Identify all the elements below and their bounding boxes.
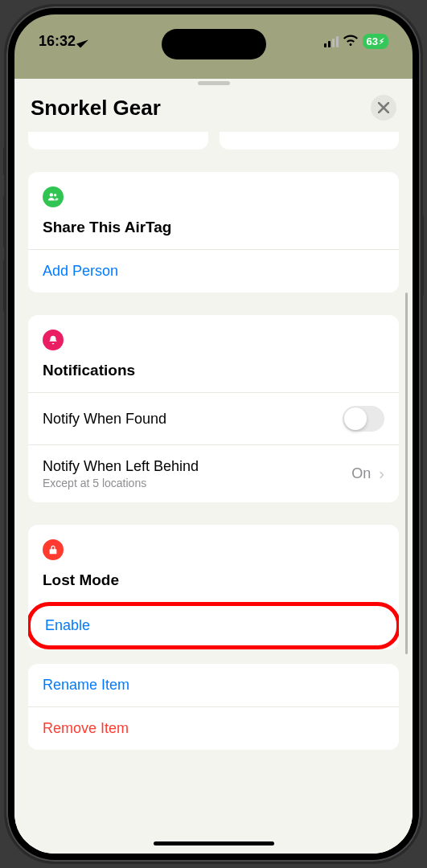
page-title: Snorkel Gear xyxy=(31,96,161,121)
remove-item-row[interactable]: Remove Item xyxy=(28,706,399,750)
notifications-section-title: Notifications xyxy=(43,362,384,392)
add-person-row[interactable]: Add Person xyxy=(28,249,399,293)
status-time: 16:32 xyxy=(39,33,76,50)
enable-lost-mode-row[interactable]: Enable xyxy=(28,602,399,649)
rename-label: Rename Item xyxy=(43,677,129,694)
notify-found-toggle[interactable] xyxy=(343,406,384,432)
enable-label: Enable xyxy=(45,617,90,633)
dynamic-island xyxy=(162,29,266,59)
lost-mode-card: Lost Mode Enable xyxy=(28,525,399,649)
wifi-icon xyxy=(343,35,358,49)
sheet-grabber[interactable] xyxy=(198,81,230,85)
svg-point-1 xyxy=(54,194,57,197)
notify-left-sublabel: Except at 5 locations xyxy=(43,477,199,489)
people-icon xyxy=(43,186,64,207)
cellular-signal-icon xyxy=(324,36,339,47)
detail-sheet: Snorkel Gear xyxy=(14,81,413,854)
add-person-label: Add Person xyxy=(43,263,118,280)
partial-card xyxy=(28,132,208,149)
svg-point-0 xyxy=(50,193,53,196)
rename-item-row[interactable]: Rename Item xyxy=(28,664,399,706)
lock-icon xyxy=(43,539,64,560)
share-card: Share This AirTag Add Person xyxy=(28,172,399,293)
bell-icon xyxy=(43,330,64,350)
location-arrow-icon xyxy=(76,35,88,47)
lost-mode-section-title: Lost Mode xyxy=(43,571,384,602)
chevron-right-icon: › xyxy=(379,465,384,483)
notify-left-label: Notify When Left Behind xyxy=(43,458,199,475)
battery-indicator: 63 ⚡︎ xyxy=(363,34,388,49)
notifications-card: Notifications Notify When Found Notify W… xyxy=(28,315,399,502)
share-section-title: Share This AirTag xyxy=(43,219,384,249)
partial-card xyxy=(220,132,400,149)
charging-icon: ⚡︎ xyxy=(379,37,384,46)
home-indicator[interactable] xyxy=(154,841,274,845)
remove-label: Remove Item xyxy=(43,720,129,737)
actions-card: Rename Item Remove Item xyxy=(28,664,399,750)
close-icon xyxy=(378,102,389,113)
notify-when-left-behind-row[interactable]: Notify When Left Behind Except at 5 loca… xyxy=(28,444,399,502)
close-button[interactable] xyxy=(371,95,396,121)
notify-when-found-row[interactable]: Notify When Found xyxy=(28,392,399,444)
notify-left-value: On xyxy=(351,465,371,482)
notify-found-label: Notify When Found xyxy=(43,411,166,428)
battery-percentage: 63 xyxy=(367,35,378,47)
scroll-indicator xyxy=(405,293,408,654)
